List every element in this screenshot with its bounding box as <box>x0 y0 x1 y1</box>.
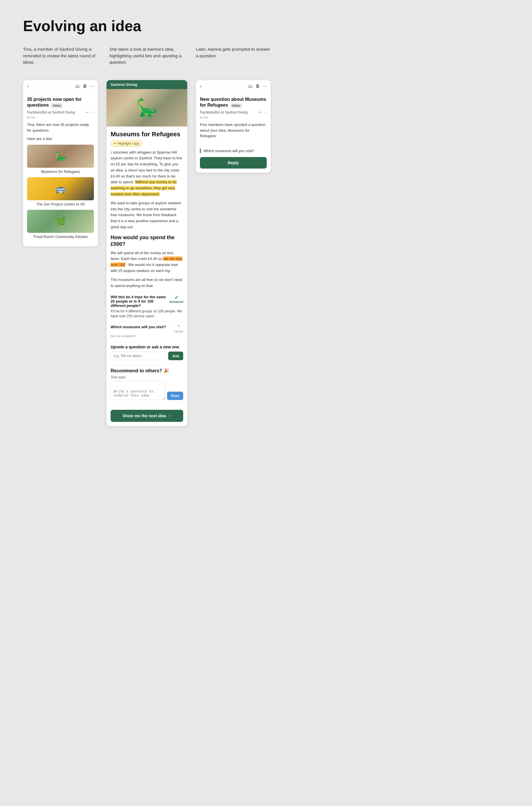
right-sender-actions: ↩ ··· <box>259 110 267 114</box>
to-me: to me <box>27 115 94 119</box>
idea-body-2: We want to take groups of asylum seekers… <box>111 200 183 230</box>
spend-text-2: The museums are all free so we don't nee… <box>111 277 183 289</box>
ask-section-title: Upvote a question or ask a new one <box>111 345 183 349</box>
back-icon-right[interactable]: ‹ <box>200 83 201 89</box>
sender-row: FacilitatorBot at Saxford Giving ↩ ··· <box>27 110 94 114</box>
check-icon: ✔ <box>174 295 178 300</box>
trash-icon-right[interactable]: 🗑 <box>255 83 260 89</box>
spend-text: We will spend all of the money on bus fa… <box>111 250 183 274</box>
not-answered-text: Not yet answered <box>111 334 183 338</box>
question-row-1: Will this be 4 trips for the same 25 peo… <box>111 295 183 308</box>
reply-button[interactable]: Reply <box>200 157 267 169</box>
ask-row: Ask <box>111 352 183 360</box>
answer-text-1: It'll be for 4 different groups so 100 p… <box>111 309 183 319</box>
spend-heading: How would you spend the £500? <box>111 234 183 248</box>
question-row-2: Which museums will you visit? ⌃ Upvote <box>111 325 183 333</box>
panels-row: ‹ 🗂 🗑 ··· 35 projects now open for quest… <box>23 80 509 426</box>
reply-icon[interactable]: ↩ <box>86 110 89 114</box>
project-card-food[interactable]: 🌿 'Food Room' Community Kitchen <box>27 210 94 239</box>
project-img-zen: 🚌 <box>27 177 94 200</box>
sender-actions: ↩ ··· <box>86 110 94 114</box>
right-inbox-badge: Inbox <box>230 104 242 108</box>
more-icon-right[interactable]: ··· <box>263 83 267 89</box>
right-email-body: Five members have upvoted a question abo… <box>200 122 267 139</box>
inbox-badge: Inbox <box>51 104 62 108</box>
project-img-museums: 🦕 <box>27 145 94 168</box>
sender-name: FacilitatorBot at Saxford Giving <box>27 110 75 114</box>
more-icon[interactable]: ··· <box>90 83 94 89</box>
intro-row: Tina, a member of Saxford Giving is remi… <box>23 46 509 66</box>
ask-section: Upvote a question or ask a new one Ask <box>111 345 183 360</box>
project-card-museums[interactable]: 🦕 Museums for Refugees <box>27 145 94 174</box>
idea-body-1: I volunteer with refugees at Sparrow Hil… <box>111 150 183 198</box>
right-to-me: to me <box>200 115 267 119</box>
left-panel-content: 35 projects now open for questions Inbox… <box>23 93 98 246</box>
more-icon-sender[interactable]: ··· <box>91 110 94 114</box>
idea-title: Museums for Refugees <box>111 131 183 138</box>
right-more-icon[interactable]: ··· <box>264 110 267 114</box>
question-block-1: Will this be 4 trips for the same 25 peo… <box>111 292 183 322</box>
right-sender-name: FacilitatorBot at Saxford Giving <box>200 110 247 114</box>
folder-icon-right[interactable]: 🗂 <box>248 83 253 89</box>
project-title-museums: Museums for Refugees <box>27 169 94 174</box>
intro-col-3: Later, Aamna gets prompted to answer a q… <box>196 46 271 66</box>
hero-image: 🦕 <box>107 89 187 127</box>
highlight-copy-button[interactable]: ✏ Highlight copy <box>111 140 142 147</box>
project-card-zen[interactable]: 🚌 The Zen Project comes to S5 <box>27 177 94 206</box>
right-reply-icon[interactable]: ↩ <box>259 110 262 114</box>
recommend-title: Recommend to others? 🎉 <box>111 368 183 373</box>
left-toolbar: ‹ 🗂 🗑 ··· <box>23 80 98 93</box>
recommend-section: Recommend to others? 🎉 Tina says: Post <box>111 364 183 400</box>
org-label: Saxford Giving <box>111 82 137 87</box>
project-title-zen: The Zen Project comes to S5 <box>27 202 94 206</box>
middle-panel: Saxford Giving 🦕 Museums for Refugees ✏ … <box>107 80 187 426</box>
reply-question-block: Which museums will you visit? <box>200 149 267 153</box>
ask-button[interactable]: Ask <box>168 352 183 360</box>
intro-col-1: Tina, a member of Saxford Giving is remi… <box>23 46 98 66</box>
hero-dino-icon: 🦕 <box>136 97 158 118</box>
back-icon[interactable]: ‹ <box>27 83 28 89</box>
intro-col-2: She takes a look at Aamna's idea, highli… <box>110 46 184 66</box>
page-title: Evolving an idea <box>23 17 509 35</box>
question-text-1: Will this be 4 trips for the same 25 peo… <box>111 295 167 308</box>
recommend-row: Post <box>111 381 183 400</box>
right-toolbar: ‹ 🗂 🗑 ··· <box>196 80 271 93</box>
left-panel: ‹ 🗂 🗑 ··· 35 projects now open for quest… <box>23 80 98 246</box>
question-text-2: Which museums will you visit? <box>111 325 172 329</box>
ask-input[interactable] <box>111 352 167 360</box>
project-title-food: 'Food Room' Community Kitchen <box>27 235 94 239</box>
right-panel: ‹ 🗂 🗑 ··· New question about Museums for… <box>196 80 271 173</box>
right-sender-row: FacilitatorBot at Saxford Giving ↩ ··· <box>200 110 267 114</box>
trash-icon[interactable]: 🗑 <box>83 83 87 89</box>
right-inbox-subject: New question about Museums for Refugees … <box>200 96 267 109</box>
recommend-input[interactable] <box>111 381 165 400</box>
middle-header-bar: Saxford Giving <box>107 80 187 89</box>
upvote-arrow-icon[interactable]: ⌃ <box>176 325 181 330</box>
answered-badge-1: ✔ Answered <box>169 295 183 303</box>
email-body-2: Here are a few: <box>27 136 94 142</box>
next-idea-button[interactable]: Show me the next idea → <box>111 410 183 422</box>
question-block-2: Which museums will you visit? ⌃ Upvote N… <box>111 322 183 341</box>
middle-body: Museums for Refugees ✏ Highlight copy I … <box>107 127 187 406</box>
right-panel-content: New question about Museums for Refugees … <box>196 93 271 146</box>
recommend-label: Tina says: <box>111 375 183 379</box>
folder-icon[interactable]: 🗂 <box>75 83 80 89</box>
project-img-food: 🌿 <box>27 210 94 233</box>
upvote-col[interactable]: ⌃ Upvote <box>174 325 183 333</box>
email-body-1: Tina, there are now 35 projects ready fo… <box>27 122 94 133</box>
post-button[interactable]: Post <box>167 392 183 400</box>
inbox-subject: 35 projects now open for questions Inbox <box>27 96 94 109</box>
